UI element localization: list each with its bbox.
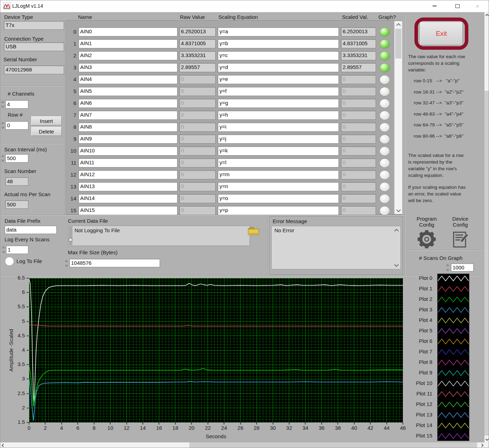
row-number-field[interactable]: 0 <box>5 121 28 130</box>
channel-name-field[interactable]: AIN4 <box>78 75 177 84</box>
legend-waveform-sample[interactable] <box>438 400 469 409</box>
log-every-n-field[interactable]: 1 <box>6 246 28 254</box>
channel-name-field[interactable]: AIN6 <box>78 99 177 108</box>
scaling-equation-field[interactable]: y=m <box>218 170 339 179</box>
channel-name-field[interactable]: AIN9 <box>78 135 177 144</box>
legend-waveform-sample[interactable] <box>438 274 469 283</box>
graph-led[interactable] <box>379 206 390 215</box>
scans-on-graph-field[interactable]: 1000 <box>451 263 474 271</box>
graph-led[interactable] <box>379 182 390 192</box>
graph-led[interactable] <box>379 158 390 168</box>
insert-button[interactable]: Insert <box>31 116 62 125</box>
hscroll-right-icon[interactable] <box>480 442 484 448</box>
exit-button[interactable]: Exit <box>420 22 463 45</box>
table-scroll-up-icon[interactable] <box>394 21 402 28</box>
hscroll-thumb[interactable] <box>189 442 477 448</box>
scaling-equation-field[interactable]: y=f <box>218 87 339 96</box>
graph-led[interactable] <box>379 146 390 156</box>
channel-name-field[interactable]: AIN11 <box>78 158 177 167</box>
scaling-equation-field[interactable]: y=a <box>218 27 339 36</box>
scaling-equation-field[interactable]: y=k <box>218 146 339 156</box>
graph-led[interactable] <box>379 75 390 84</box>
channel-name-field[interactable]: AIN14 <box>78 194 177 203</box>
scan-interval-field[interactable]: 500 <box>5 154 28 163</box>
legend-waveform-sample[interactable] <box>438 432 469 441</box>
scans-on-graph-spinner[interactable] <box>446 264 450 271</box>
error-scroll-down-icon[interactable] <box>393 263 399 268</box>
vscroll-up-icon[interactable] <box>484 13 489 17</box>
channel-name-field[interactable]: AIN10 <box>78 146 177 156</box>
channel-name-field[interactable]: AIN1 <box>78 39 177 48</box>
hscroll-left-icon[interactable] <box>1 442 5 448</box>
legend-waveform-sample[interactable] <box>438 379 469 388</box>
resize-grip[interactable] <box>484 442 489 448</box>
scaling-equation-field[interactable]: y=l <box>218 158 339 167</box>
legend-waveform-sample[interactable] <box>438 390 469 399</box>
error-scroll-up-icon[interactable] <box>393 228 399 233</box>
graph-led[interactable] <box>379 27 390 37</box>
folder-icon[interactable] <box>247 226 259 236</box>
waveform-graph[interactable] <box>29 278 403 422</box>
legend-waveform-sample[interactable] <box>438 411 469 420</box>
legend-waveform-sample[interactable] <box>438 305 469 315</box>
channel-name-field[interactable]: AIN12 <box>78 170 177 179</box>
scaling-equation-field[interactable]: y=h <box>218 111 339 120</box>
scaling-equation-field[interactable]: y=b <box>218 39 339 48</box>
window-vertical-scrollbar[interactable] <box>484 12 489 442</box>
close-button[interactable]: × <box>469 0 485 12</box>
legend-waveform-sample[interactable] <box>438 284 469 294</box>
scaling-equation-field[interactable]: y=o <box>218 194 339 203</box>
legend-waveform-sample[interactable] <box>438 368 469 378</box>
channel-name-field[interactable]: AIN2 <box>78 51 177 60</box>
data-file-prefix-field[interactable]: data <box>5 226 57 234</box>
vscroll-thumb[interactable] <box>484 91 489 436</box>
delete-button[interactable]: Delete <box>31 127 62 136</box>
legend-waveform-sample[interactable] <box>438 316 469 325</box>
graph-led[interactable] <box>379 194 390 204</box>
current-file-scrollbar[interactable] <box>69 226 72 245</box>
channel-name-field[interactable]: AIN13 <box>78 182 177 191</box>
scaling-equation-field[interactable]: y=g <box>218 99 339 108</box>
window-horizontal-scrollbar[interactable] <box>0 442 484 448</box>
scaling-equation-field[interactable]: y=i <box>218 123 339 132</box>
channel-name-field[interactable]: AIN5 <box>78 87 177 96</box>
num-channels-field[interactable]: 4 <box>5 100 28 109</box>
max-file-size-field[interactable]: 1048576 <box>69 259 160 267</box>
scaling-equation-field[interactable]: y=n <box>218 182 339 191</box>
channel-name-field[interactable]: AIN8 <box>78 123 177 132</box>
legend-waveform-sample[interactable] <box>438 358 469 367</box>
scaling-equation-field[interactable]: y=c <box>218 51 339 60</box>
graph-led[interactable] <box>379 123 390 132</box>
legend-waveform-sample[interactable] <box>438 295 469 304</box>
table-scrollbar[interactable] <box>394 21 402 214</box>
log-every-n-spinner[interactable] <box>2 246 6 254</box>
legend-waveform-sample[interactable] <box>438 347 469 357</box>
graph-led[interactable] <box>379 170 390 180</box>
scaling-equation-field[interactable]: y=e <box>218 75 339 84</box>
scaling-equation-field[interactable]: y=d <box>218 63 339 72</box>
graph-led[interactable] <box>379 135 390 144</box>
num-channels-spinner[interactable] <box>1 101 5 108</box>
legend-waveform-sample[interactable] <box>438 337 469 346</box>
legend-waveform-sample[interactable] <box>438 326 469 336</box>
channel-name-field[interactable]: AIN15 <box>78 206 177 215</box>
row-number-spinner[interactable] <box>1 122 5 129</box>
graph-led[interactable] <box>379 63 390 73</box>
graph-led[interactable] <box>379 99 390 108</box>
table-scroll-down-icon[interactable] <box>394 207 402 214</box>
channel-name-field[interactable]: AIN7 <box>78 111 177 120</box>
current-file-scrollbar-handle[interactable] <box>69 238 72 241</box>
log-to-file-radio[interactable] <box>5 257 14 266</box>
scaling-equation-field[interactable]: y=j <box>218 135 339 144</box>
max-file-size-spinner[interactable] <box>65 260 69 267</box>
graph-led[interactable] <box>379 87 390 96</box>
vscroll-down-icon[interactable] <box>484 437 489 442</box>
scan-interval-spinner[interactable] <box>1 154 5 162</box>
device-config-icon[interactable] <box>453 230 469 248</box>
legend-waveform-sample[interactable] <box>438 421 469 430</box>
graph-led[interactable] <box>379 39 390 49</box>
graph-led[interactable] <box>379 111 390 120</box>
graph-led[interactable] <box>379 51 390 61</box>
scaling-equation-field[interactable]: y=p <box>218 206 339 215</box>
channel-name-field[interactable]: AIN0 <box>78 27 177 36</box>
